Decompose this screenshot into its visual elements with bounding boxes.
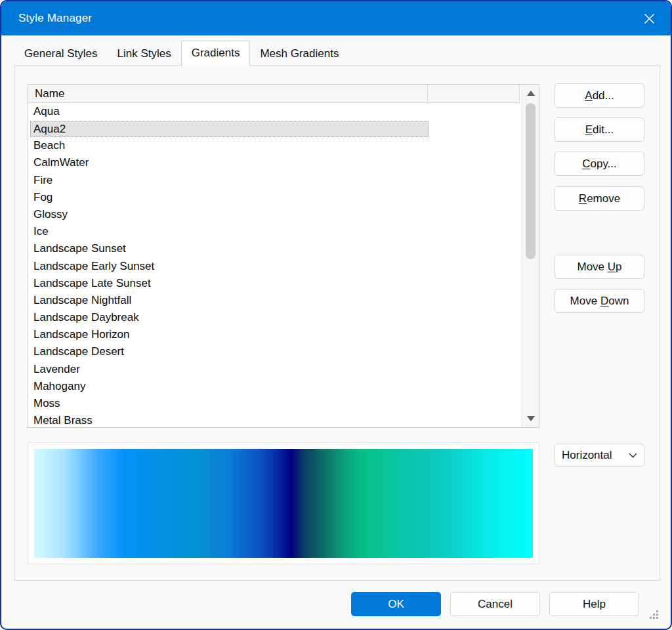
list-item-label: Moss: [28, 397, 60, 410]
button-label-part: E: [585, 123, 593, 136]
window-title: Style Manager: [18, 12, 92, 25]
list-item[interactable]: Mahogany: [28, 378, 521, 395]
tab-mesh-gradients[interactable]: Mesh Gradients: [250, 43, 348, 66]
scroll-up-icon: [527, 91, 535, 96]
list-item[interactable]: Moss: [28, 395, 521, 412]
list-item-label: Fire: [28, 174, 52, 186]
name-column-header[interactable]: Name: [28, 85, 428, 103]
list-item[interactable]: Landscape Daybreak: [28, 309, 521, 326]
gradient-list-rows: AquaAqua2BeachCalmWaterFireFogGlossyIceL…: [28, 103, 521, 427]
button-label-part: dit...: [593, 123, 614, 136]
button-label-part: U: [608, 261, 616, 273]
orientation-dropdown[interactable]: Horizontal: [555, 444, 644, 467]
orientation-value: Horizontal: [562, 449, 629, 462]
list-item-label: Landscape Nightfall: [28, 294, 131, 306]
gradient-preview-box: [28, 442, 539, 564]
list-item[interactable]: Landscape Sunset: [28, 240, 521, 257]
scroll-down-icon: [527, 416, 535, 421]
list-item[interactable]: CalmWater: [28, 154, 521, 171]
button-label-part: R: [579, 192, 587, 205]
list-item-label: Aqua2: [31, 123, 66, 135]
list-item[interactable]: Metal Brass: [28, 412, 521, 427]
list-item[interactable]: Lavender: [28, 361, 521, 378]
list-item-label: Ice: [28, 225, 49, 238]
list-item-label: CalmWater: [28, 156, 89, 169]
remove-button[interactable]: Remove: [555, 186, 644, 211]
list-item[interactable]: Aqua: [28, 103, 521, 120]
gradient-list: Name AquaAqua2BeachCalmWaterFireFogGloss…: [28, 84, 539, 428]
list-item[interactable]: Ice: [28, 223, 521, 240]
close-icon: [644, 13, 655, 24]
move-up-button[interactable]: Move Up: [555, 255, 644, 279]
list-item[interactable]: Fire: [28, 172, 521, 189]
list-item-label: Beach: [28, 139, 65, 152]
list-item-label: Landscape Late Sunset: [28, 277, 151, 289]
list-item-label: Mahogany: [28, 380, 85, 392]
button-label-part: A: [585, 89, 592, 102]
list-item-label: Fog: [28, 191, 52, 203]
list-item-label: Metal Brass: [28, 414, 93, 427]
scrollbar-down-button[interactable]: [522, 411, 539, 426]
copy-button[interactable]: Copy...: [555, 152, 644, 176]
button-label-part: C: [582, 158, 590, 170]
button-label-part: dd...: [593, 89, 614, 102]
list-item-label: Lavender: [28, 363, 80, 375]
list-item-label: Glossy: [28, 208, 68, 220]
ok-button[interactable]: OK: [351, 592, 441, 616]
scrollbar-up-button[interactable]: [522, 86, 539, 100]
move-down-button[interactable]: Move Down: [555, 289, 644, 313]
button-label-part: emove: [587, 192, 620, 205]
list-item[interactable]: Fog: [28, 189, 521, 206]
button-label-part: D: [600, 295, 608, 307]
cancel-button[interactable]: Cancel: [450, 592, 540, 616]
side-button-column: Add...Edit...Copy...RemoveMove UpMove Do…: [555, 1, 644, 461]
tab-general-styles[interactable]: General Styles: [14, 43, 108, 66]
resize-grip-icon[interactable]: [650, 610, 659, 620]
tab-bar: General StylesLink StylesGradientsMesh G…: [14, 42, 348, 66]
add-button[interactable]: Add...: [555, 83, 644, 108]
style-manager-dialog: Style Manager General StylesLink StylesG…: [0, 0, 672, 630]
tab-link-styles[interactable]: Link Styles: [108, 43, 181, 66]
scrollbar[interactable]: [521, 85, 539, 427]
list-item[interactable]: Landscape Late Sunset: [28, 275, 521, 292]
button-label-part: own: [608, 295, 629, 307]
help-button[interactable]: Help: [549, 592, 639, 616]
list-item[interactable]: Landscape Horizon: [28, 326, 521, 343]
gradient-preview: [34, 449, 533, 558]
list-item-label: Landscape Desert: [28, 345, 124, 358]
list-item[interactable]: Aqua2: [30, 121, 429, 137]
list-header: Name: [28, 85, 520, 103]
button-label-part: Move: [577, 261, 607, 273]
edit-button[interactable]: Edit...: [555, 117, 644, 142]
list-item-label: Landscape Daybreak: [28, 311, 139, 324]
button-label-part: opy...: [590, 158, 616, 170]
button-label-part: p: [616, 261, 621, 273]
list-item[interactable]: Glossy: [28, 206, 521, 223]
list-item-label: Landscape Sunset: [28, 242, 126, 255]
list-item[interactable]: Beach: [28, 137, 521, 154]
button-label-part: Move: [570, 295, 600, 307]
list-item-label: Landscape Horizon: [28, 328, 129, 341]
tab-gradients[interactable]: Gradients: [181, 41, 251, 66]
list-item[interactable]: Landscape Nightfall: [28, 292, 521, 309]
chevron-down-icon: [629, 453, 637, 458]
list-item-label: Aqua: [28, 105, 60, 117]
list-item[interactable]: Landscape Early Sunset: [28, 258, 521, 275]
list-item[interactable]: Landscape Desert: [28, 343, 521, 360]
list-item-label: Landscape Early Sunset: [28, 260, 154, 272]
scrollbar-thumb[interactable]: [526, 103, 536, 259]
